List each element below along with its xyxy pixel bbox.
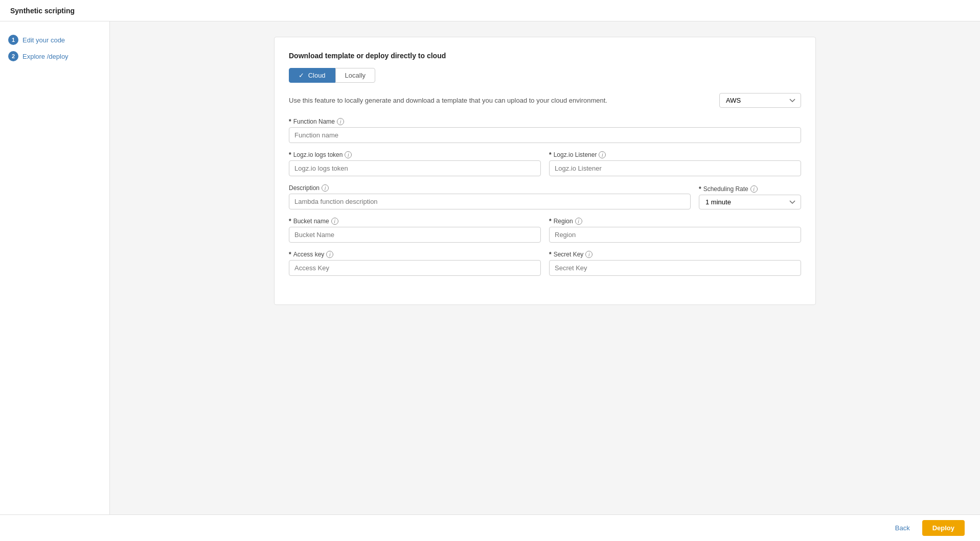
check-icon: ✓: [299, 72, 304, 79]
description-text: Use this feature to locally generate and…: [289, 97, 607, 104]
secret-key-input[interactable]: [549, 260, 801, 276]
function-name-label: * Function Name i: [289, 118, 801, 125]
deploy-button[interactable]: Deploy: [922, 520, 965, 536]
function-name-section: * Function Name i: [289, 118, 801, 143]
tab-cloud[interactable]: ✓ Cloud: [289, 68, 335, 83]
access-secret-row: * Access key i * Secret Key i: [289, 251, 801, 276]
sidebar-item-edit-code-label: Edit your code: [22, 36, 65, 44]
description-label: Description i: [289, 184, 691, 192]
function-name-help-icon[interactable]: i: [337, 118, 344, 125]
scheduling-rate-group: * Scheduling Rate i 1 minute 5 minutes 1…: [699, 185, 801, 209]
step-1-circle: 1: [8, 35, 18, 45]
card-title: Download template or deploy directly to …: [289, 52, 801, 60]
sidebar-item-explore-deploy-label: Explore /deploy: [22, 53, 69, 60]
region-group: * Region i: [549, 218, 801, 243]
access-key-group: * Access key i: [289, 251, 541, 276]
step-2-circle: 2: [8, 51, 18, 61]
description-input[interactable]: [289, 194, 691, 209]
tab-locally[interactable]: Locally: [335, 68, 375, 83]
description-help-icon[interactable]: i: [322, 184, 329, 192]
scheduling-rate-select[interactable]: 1 minute 5 minutes 10 minutes 30 minutes: [699, 195, 801, 209]
access-key-help-icon[interactable]: i: [326, 251, 333, 258]
bucket-name-label: * Bucket name i: [289, 218, 541, 225]
cloud-provider-select[interactable]: AWS: [719, 93, 801, 108]
top-bar: Synthetic scripting: [0, 0, 980, 21]
bucket-name-group: * Bucket name i: [289, 218, 541, 243]
region-input[interactable]: [549, 227, 801, 243]
access-key-input[interactable]: [289, 260, 541, 276]
logzio-token-help-icon[interactable]: i: [345, 151, 352, 158]
secret-key-label: * Secret Key i: [549, 251, 801, 258]
content-area: Download template or deploy directly to …: [110, 21, 980, 541]
page-title: Synthetic scripting: [10, 7, 75, 15]
secret-key-help-icon[interactable]: i: [585, 251, 592, 258]
logzio-listener-group: * Logz.io Listener i: [549, 151, 801, 176]
logzio-logs-token-input[interactable]: [289, 160, 541, 176]
function-name-group: * Function Name i: [289, 118, 801, 143]
main-layout: 1 Edit your code 2 Explore /deploy Downl…: [0, 21, 980, 541]
bucket-name-help-icon[interactable]: i: [331, 218, 338, 225]
back-button[interactable]: Back: [889, 521, 916, 535]
scheduling-rate-help-icon[interactable]: i: [750, 185, 758, 193]
bucket-name-input[interactable]: [289, 227, 541, 243]
description-row: Use this feature to locally generate and…: [289, 93, 801, 108]
region-label: * Region i: [549, 218, 801, 225]
tab-group: ✓ Cloud Locally: [289, 68, 801, 83]
logzio-listener-label: * Logz.io Listener i: [549, 151, 801, 158]
sidebar: 1 Edit your code 2 Explore /deploy: [0, 21, 110, 541]
region-help-icon[interactable]: i: [575, 218, 582, 225]
logzio-logs-token-group: * Logz.io logs token i: [289, 151, 541, 176]
logzio-tokens-row: * Logz.io logs token i * Logz.io Listene…: [289, 151, 801, 176]
main-card: Download template or deploy directly to …: [274, 37, 816, 305]
description-group: Description i: [289, 184, 691, 209]
logzio-listener-input[interactable]: [549, 160, 801, 176]
logzio-listener-help-icon[interactable]: i: [599, 151, 606, 158]
logzio-logs-token-label: * Logz.io logs token i: [289, 151, 541, 158]
access-key-label: * Access key i: [289, 251, 541, 258]
sidebar-item-edit-code[interactable]: 1 Edit your code: [8, 32, 101, 48]
desc-scheduling-row: Description i * Scheduling Rate i 1 minu…: [289, 184, 801, 209]
secret-key-group: * Secret Key i: [549, 251, 801, 276]
footer-bar: Back Deploy: [0, 514, 980, 541]
sidebar-item-explore-deploy[interactable]: 2 Explore /deploy: [8, 48, 101, 64]
scheduling-rate-label: * Scheduling Rate i: [699, 185, 801, 193]
bucket-region-row: * Bucket name i * Region i: [289, 218, 801, 243]
function-name-input[interactable]: [289, 127, 801, 143]
